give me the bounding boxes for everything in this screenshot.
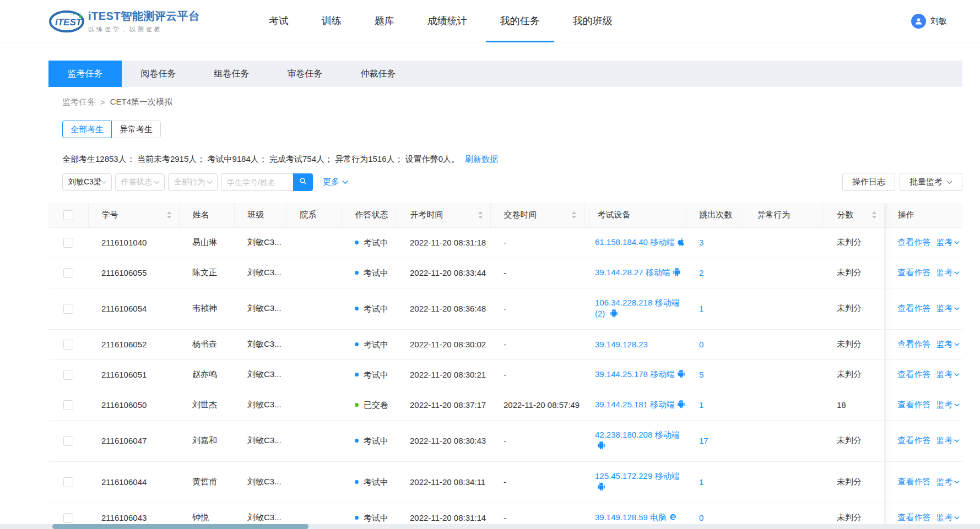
monitor-link[interactable]: 监考: [936, 237, 960, 248]
view-answers-link[interactable]: 查看作答: [898, 339, 931, 350]
jump-count-link[interactable]: 5: [699, 370, 703, 379]
nav-item-my-tasks[interactable]: 我的任务: [500, 0, 540, 42]
device-link[interactable]: 125.45.172.229 移动端: [595, 471, 683, 494]
jump-count-link[interactable]: 2: [699, 268, 703, 277]
sort-icon[interactable]: [872, 211, 876, 219]
row-checkbox[interactable]: [63, 370, 73, 380]
monitor-link[interactable]: 监考: [936, 268, 960, 278]
sort-icon[interactable]: [478, 211, 483, 219]
more-filters-link[interactable]: 更多: [323, 177, 348, 187]
nav-item-question-bank[interactable]: 题库: [375, 0, 394, 42]
row-checkbox[interactable]: [63, 477, 73, 487]
device-link[interactable]: 61.158.184.40 移动端: [595, 237, 683, 249]
col-answer-status: 作答状态: [342, 203, 397, 227]
behavior-select[interactable]: 全部行为: [168, 173, 218, 191]
row-checkbox[interactable]: [63, 340, 73, 350]
tab-paper-assembly-tasks[interactable]: 组卷任务: [195, 61, 268, 87]
row-checkbox[interactable]: [63, 400, 73, 410]
tab-grading-tasks[interactable]: 阅卷任务: [122, 61, 195, 87]
cell-start-time: 2022-11-20 08:31:18: [397, 227, 490, 258]
jump-count-link[interactable]: 1: [699, 400, 703, 410]
scrollbar-thumb[interactable]: [52, 524, 308, 529]
view-answers-link[interactable]: 查看作答: [898, 303, 931, 314]
sort-icon[interactable]: [572, 211, 576, 219]
monitor-link[interactable]: 监考: [936, 303, 960, 314]
user-menu[interactable]: 刘敏: [911, 14, 947, 29]
monitor-link[interactable]: 监考: [936, 435, 960, 446]
table-body: 2116101040易山琳刘敏C3...考试中2022-11-20 08:31:…: [48, 227, 962, 529]
search-button[interactable]: [293, 173, 313, 191]
toggle-abnormal-candidates[interactable]: 异常考生: [111, 121, 161, 138]
cell-submit-time: -: [490, 329, 584, 359]
view-answers-link[interactable]: 查看作答: [898, 400, 931, 410]
filter-row: 刘敏C3梁... 作答状态 全部行为 更多: [62, 173, 962, 191]
view-answers-link[interactable]: 查看作答: [898, 369, 931, 380]
nav-item-score-stats[interactable]: 成绩统计: [427, 0, 467, 42]
apple-icon: [677, 238, 685, 249]
nav-item-training[interactable]: 训练: [322, 0, 342, 42]
horizontal-scrollbar[interactable]: [0, 524, 980, 529]
nav-item-my-classes[interactable]: 我的班级: [573, 0, 613, 42]
jump-count-link[interactable]: 1: [699, 304, 703, 313]
jump-count-link[interactable]: 0: [699, 340, 703, 349]
device-link[interactable]: 106.34.228.218 移动端(2): [595, 297, 683, 320]
device-link[interactable]: 39.144.28.27 移动端: [595, 267, 683, 279]
cell-department: [286, 359, 342, 390]
nav-item-exam[interactable]: 考试: [269, 0, 289, 42]
toggle-all-candidates[interactable]: 全部考生: [62, 121, 112, 138]
row-checkbox[interactable]: [63, 268, 73, 278]
cell-class: 刘敏C3...: [234, 329, 286, 359]
jump-count-link[interactable]: 1: [699, 477, 703, 487]
class-filter-select[interactable]: 刘敏C3梁...: [62, 173, 112, 191]
row-checkbox[interactable]: [63, 304, 73, 314]
answer-status-select[interactable]: 作答状态: [115, 173, 165, 191]
view-answers-link[interactable]: 查看作答: [898, 268, 931, 278]
tab-paper-review-tasks[interactable]: 审卷任务: [268, 61, 342, 87]
cell-name: 杨书垚: [179, 329, 234, 359]
app-logo[interactable]: iTEST FLTRP iTEST智能测评云平台 以练促学，以测促教: [48, 8, 200, 34]
row-checkbox[interactable]: [63, 238, 73, 248]
monitor-link[interactable]: 监考: [936, 339, 960, 350]
col-operations: 操作: [884, 203, 962, 227]
monitor-link[interactable]: 监考: [936, 512, 960, 523]
view-answers-link[interactable]: 查看作答: [898, 237, 931, 248]
device-link[interactable]: 39.144.25.178 移动端: [595, 369, 683, 381]
col-start-time[interactable]: 开考时间: [397, 203, 490, 227]
cell-answer-status: 考试中: [342, 227, 397, 258]
sort-icon[interactable]: [167, 211, 171, 219]
row-checkbox[interactable]: [63, 513, 73, 523]
operation-log-button[interactable]: 操作日志: [842, 173, 895, 191]
col-label: 操作: [898, 210, 914, 219]
cell-jump-count: 0: [686, 329, 744, 359]
batch-monitor-button[interactable]: 批量监考: [900, 173, 962, 191]
select-all-checkbox[interactable]: [63, 210, 73, 220]
row-checkbox[interactable]: [63, 436, 73, 446]
view-answers-link[interactable]: 查看作答: [898, 512, 931, 523]
view-answers-link[interactable]: 查看作答: [898, 435, 931, 446]
breadcrumb-parent[interactable]: 监考任务: [62, 97, 95, 107]
device-link[interactable]: 39.149.128.59 电脑: [595, 512, 683, 524]
tab-arbitration-tasks[interactable]: 仲裁任务: [342, 61, 415, 87]
tab-proctor-tasks[interactable]: 监考任务: [48, 61, 122, 87]
col-student-id[interactable]: 学号: [88, 203, 179, 227]
col-submit-time[interactable]: 交卷时间: [490, 203, 584, 227]
monitor-link[interactable]: 监考: [936, 400, 960, 410]
jump-count-link[interactable]: 0: [699, 513, 703, 522]
device-link[interactable]: 39.149.128.23: [595, 339, 683, 350]
monitor-link[interactable]: 监考: [936, 369, 960, 380]
device-link[interactable]: 39.144.25.181 移动端: [595, 399, 683, 411]
device-link[interactable]: 42.238.180.208 移动端: [595, 429, 683, 452]
col-score[interactable]: 分数: [824, 203, 884, 227]
cell-exam-device: 39.144.25.178 移动端: [584, 359, 686, 390]
view-answers-link[interactable]: 查看作答: [898, 477, 931, 487]
monitor-link[interactable]: 监考: [936, 477, 960, 487]
cell-student-id: 2116106054: [88, 288, 179, 329]
refresh-data-link[interactable]: 刷新数据: [465, 154, 498, 163]
tab-label: 阅卷任务: [141, 68, 176, 80]
jump-count-link[interactable]: 17: [699, 436, 708, 445]
jump-count-link[interactable]: 3: [699, 238, 703, 247]
student-search-input[interactable]: [221, 173, 293, 191]
cell-department: [286, 329, 342, 359]
cell-class: 刘敏C3...: [234, 288, 286, 329]
cell-submit-time: -: [490, 227, 584, 258]
